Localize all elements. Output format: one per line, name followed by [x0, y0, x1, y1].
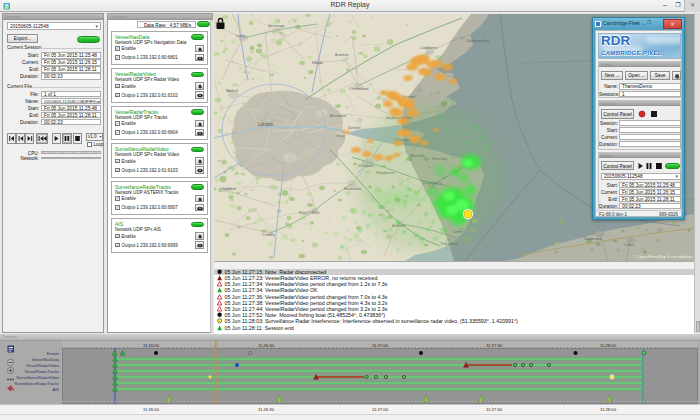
svg-text:© OpenStreetMap & contributors: © OpenStreetMap & contributors — [634, 254, 692, 259]
svg-text:London: London — [258, 122, 274, 127]
svg-text:Dartford: Dartford — [348, 126, 360, 130]
svg-text:Royal T.Wells: Royal T.Wells — [299, 211, 320, 215]
svg-text:Crawley: Crawley — [262, 233, 275, 237]
svg-text:Chelmsford: Chelmsford — [349, 87, 368, 91]
svg-text:Colchester: Colchester — [420, 46, 438, 50]
svg-text:Luton: Luton — [236, 34, 245, 38]
svg-text:Grays: Grays — [336, 134, 345, 138]
svg-text:Braintree: Braintree — [335, 53, 349, 57]
svg-text:Harlow: Harlow — [312, 61, 323, 65]
svg-text:Brentwood: Brentwood — [330, 114, 346, 118]
svg-text:Guildford: Guildford — [222, 187, 236, 191]
svg-text:Watford: Watford — [226, 89, 238, 93]
svg-text:Stevenage: Stevenage — [268, 24, 285, 28]
